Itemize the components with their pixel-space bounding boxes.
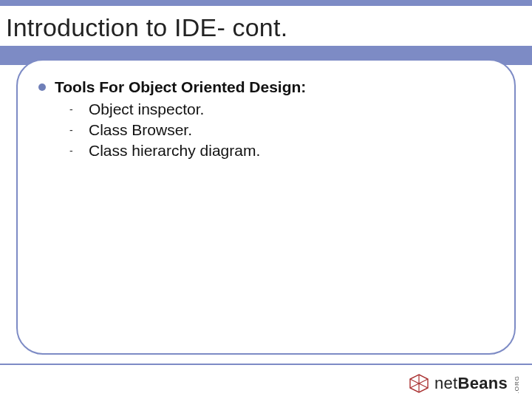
- sub-bullet-text: Object inspector.: [89, 100, 204, 118]
- logo-wordmark: netBeans: [434, 374, 508, 393]
- sub-bullet-text: Class Browser.: [89, 121, 192, 139]
- sub-bullet-row: - Class Browser.: [69, 121, 494, 139]
- content-frame: Tools For Object Oriented Design: - Obje…: [16, 59, 516, 355]
- netbeans-logo: netBeans .ORG: [409, 374, 520, 393]
- slide-title: Introduction to IDE- cont.: [6, 13, 526, 42]
- sub-bullet-text: Class hierarchy diagram.: [89, 142, 260, 160]
- top-accent-band: [0, 0, 532, 6]
- footer-rule: [0, 364, 532, 365]
- logo-org-suffix: .ORG: [514, 375, 520, 393]
- slide: Introduction to IDE- cont. Tools For Obj…: [0, 0, 532, 399]
- sub-bullet-row: - Class hierarchy diagram.: [69, 142, 494, 160]
- cube-icon: [409, 374, 429, 393]
- bullet-dot-icon: [38, 83, 46, 91]
- svg-line-3: [419, 379, 428, 383]
- dash-icon: -: [69, 145, 77, 157]
- bullet-heading: Tools For Object Oriented Design:: [55, 78, 306, 96]
- dash-icon: -: [69, 103, 77, 115]
- bullet-row: Tools For Object Oriented Design:: [38, 78, 494, 96]
- dash-icon: -: [69, 124, 77, 136]
- logo-bold: Beans: [457, 374, 508, 392]
- sub-bullet-row: - Object inspector.: [69, 100, 494, 118]
- svg-line-6: [419, 383, 428, 388]
- svg-line-2: [410, 379, 419, 383]
- title-bar: Introduction to IDE- cont.: [0, 6, 532, 50]
- svg-line-5: [410, 383, 419, 388]
- logo-prefix: net: [434, 374, 457, 392]
